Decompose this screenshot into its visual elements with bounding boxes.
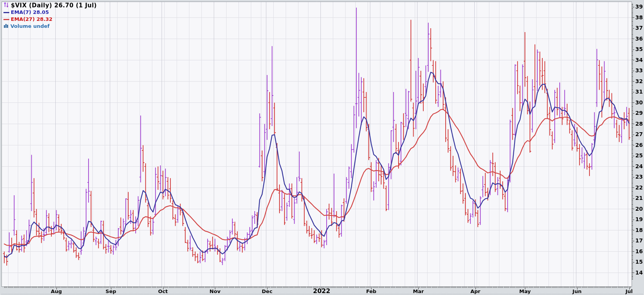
price-chart-canvas[interactable] xyxy=(0,0,644,295)
chart-container: $VIX (Daily) 26.70 (1 Jul) EMA(7) 28.05 … xyxy=(0,0,644,295)
